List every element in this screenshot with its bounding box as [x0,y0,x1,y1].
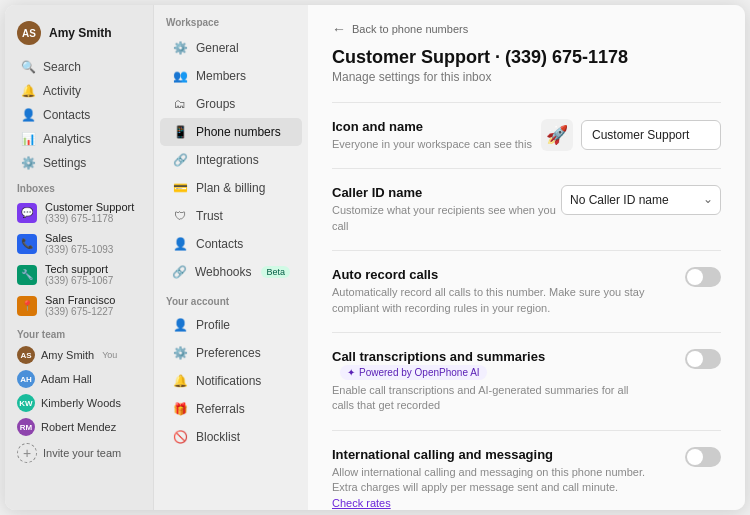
nav-contacts[interactable]: 👤 Contacts [9,103,149,127]
section-transcriptions: Call transcriptions and summaries ✦ Powe… [332,332,721,430]
inbox-icon-tech-support: 🔧 [17,265,37,285]
section-icon-name: Icon and name Everyone in your workspace… [332,102,721,168]
team-member-amy[interactable]: AS Amy Smith You [5,343,153,367]
section-desc-transcriptions: Enable call transcriptions and AI-genera… [332,383,652,414]
check-rates-link[interactable]: Check rates [332,497,391,509]
section-desc-international: Allow international calling and messagin… [332,465,652,510]
analytics-icon: 📊 [21,132,35,146]
section-title-international: International calling and messaging [332,447,652,462]
inbox-customer-support[interactable]: 💬 Customer Support (339) 675-1178 [5,197,153,228]
inbox-icon-san-francisco: 📍 [17,296,37,316]
openphone-badge: ✦ Powered by OpenPhone AI [340,365,487,380]
section-auto-record: Auto record calls Automatically record a… [332,250,721,332]
search-icon: 🔍 [21,60,35,74]
integrations-icon: 🔗 [172,152,188,168]
nav-search[interactable]: 🔍 Search [9,55,149,79]
mid-nav-plan-billing[interactable]: 💳 Plan & billing [160,174,302,202]
mid-nav-webhooks[interactable]: 🔗 Webhooks Beta [160,258,302,286]
inbox-name-input[interactable] [581,120,721,150]
transcriptions-control [685,349,721,369]
mid-nav-preferences[interactable]: ⚙️ Preferences [160,339,302,367]
invite-icon: + [17,443,37,463]
referrals-icon: 🎁 [172,401,188,417]
team-member-robert[interactable]: RM Robert Mendez [5,415,153,439]
back-arrow-icon: ← [332,21,346,37]
mid-nav-integrations[interactable]: 🔗 Integrations [160,146,302,174]
section-title-transcriptions: Call transcriptions and summaries ✦ Powe… [332,349,652,380]
page-title: Customer Support · (339) 675-1178 [332,47,721,68]
invite-team-row[interactable]: + Invite your team [5,439,153,467]
avatar-adam: AH [17,370,35,388]
general-icon: ⚙️ [172,40,188,56]
avatar: AS [17,21,41,45]
mid-nav-blocklist[interactable]: 🚫 Blocklist [160,423,302,451]
preferences-icon: ⚙️ [172,345,188,361]
user-header[interactable]: AS Amy Smith [5,17,153,55]
caller-id-select[interactable]: No Caller ID name [561,185,721,215]
openphone-ai-icon: ✦ [347,367,355,378]
transcriptions-toggle[interactable] [685,349,721,369]
contacts-icon: 👤 [21,108,35,122]
webhooks-icon: 🔗 [172,264,187,280]
profile-icon: 👤 [172,317,188,333]
members-icon: 👥 [172,68,188,84]
left-sidebar: AS Amy Smith 🔍 Search 🔔 Activity 👤 Conta… [5,5,153,510]
mid-nav-notifications[interactable]: 🔔 Notifications [160,367,302,395]
workspace-label: Workspace [154,17,308,34]
section-title-auto-record: Auto record calls [332,267,652,282]
team-member-adam[interactable]: AH Adam Hall [5,367,153,391]
your-team-label: Your team [5,321,153,343]
phone-numbers-icon: 📱 [172,124,188,140]
mid-nav-referrals[interactable]: 🎁 Referrals [160,395,302,423]
mid-nav-trust[interactable]: 🛡 Trust [160,202,302,230]
inbox-icon-customer-support: 💬 [17,203,37,223]
mid-nav-general[interactable]: ⚙️ General [160,34,302,62]
inbox-icon-sales: 📞 [17,234,37,254]
mid-nav-members[interactable]: 👥 Members [160,62,302,90]
main-content: ← Back to phone numbers Customer Support… [308,5,745,510]
international-control [685,447,721,467]
avatar-kimberly: KW [17,394,35,412]
notifications-icon: 🔔 [172,373,188,389]
inbox-sales[interactable]: 📞 Sales (339) 675-1093 [5,228,153,259]
beta-badge: Beta [261,266,290,278]
page-subtitle: Manage settings for this inbox [332,70,721,84]
contacts-mid-icon: 👤 [172,236,188,252]
international-toggle[interactable] [685,447,721,467]
section-desc-auto-record: Automatically record all calls to this n… [332,285,652,316]
trust-icon: 🛡 [172,208,188,224]
nav-settings[interactable]: ⚙️ Settings [9,151,149,175]
avatar-amy: AS [17,346,35,364]
section-caller-id: Caller ID name Customize what your recip… [332,168,721,250]
user-name: Amy Smith [49,26,112,40]
groups-icon: 🗂 [172,96,188,112]
inbox-tech-support[interactable]: 🔧 Tech support (339) 675-1067 [5,259,153,290]
mid-nav-profile[interactable]: 👤 Profile [160,311,302,339]
billing-icon: 💳 [172,180,188,196]
caller-id-select-wrapper: No Caller ID name [561,185,721,215]
section-international: International calling and messaging Allo… [332,430,721,510]
inbox-san-francisco[interactable]: 📍 San Francisco (339) 675-1227 [5,290,153,321]
activity-icon: 🔔 [21,84,35,98]
middle-nav: Workspace ⚙️ General 👥 Members 🗂 Groups … [153,5,308,510]
auto-record-toggle[interactable] [685,267,721,287]
mid-nav-contacts[interactable]: 👤 Contacts [160,230,302,258]
auto-record-control [685,267,721,287]
section-desc-caller-id: Customize what your recipients see when … [332,203,561,234]
blocklist-icon: 🚫 [172,429,188,445]
team-member-kimberly[interactable]: KW Kimberly Woods [5,391,153,415]
mid-nav-groups[interactable]: 🗂 Groups [160,90,302,118]
avatar-robert: RM [17,418,35,436]
nav-analytics[interactable]: 📊 Analytics [9,127,149,151]
icon-name-control: 🚀 [541,119,721,151]
mid-nav-phone-numbers[interactable]: 📱 Phone numbers [160,118,302,146]
settings-icon: ⚙️ [21,156,35,170]
inbox-icon-rocket: 🚀 [541,119,573,151]
inboxes-label: Inboxes [5,175,153,197]
section-desc-icon-name: Everyone in your workspace can see this [332,137,541,152]
section-title-icon-name: Icon and name [332,119,541,134]
section-title-caller-id: Caller ID name [332,185,561,200]
your-account-label: Your account [154,286,308,311]
back-link[interactable]: ← Back to phone numbers [332,21,721,37]
nav-activity[interactable]: 🔔 Activity [9,79,149,103]
